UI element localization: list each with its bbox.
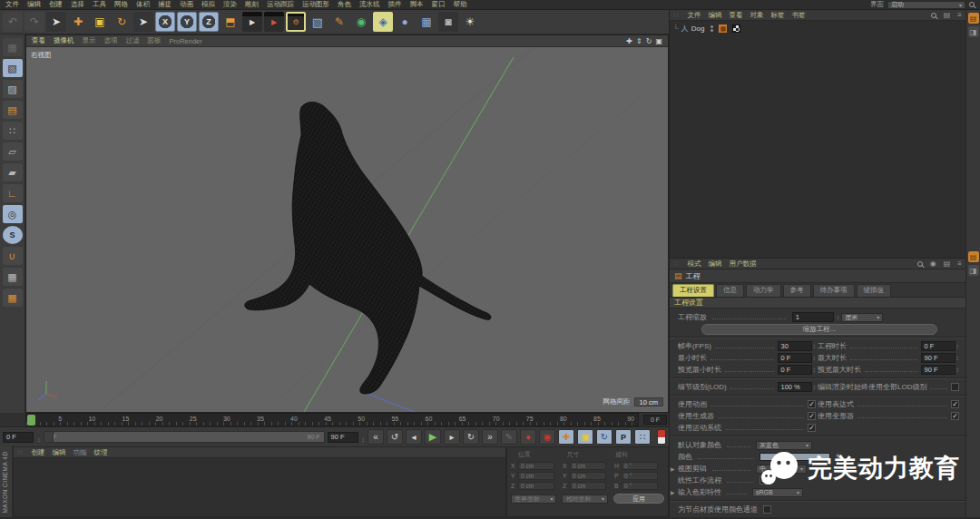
tab-dynamics[interactable]: 动力学 — [746, 284, 781, 297]
use-generators-checkbox[interactable] — [808, 412, 816, 420]
play-icon[interactable]: ▶ — [425, 429, 441, 445]
last-tool-icon[interactable]: ➤ — [133, 12, 153, 32]
menu-8[interactable]: 动画 — [180, 0, 193, 9]
menu-3[interactable]: 选择 — [71, 0, 84, 9]
vp-menu-view[interactable]: 查看 — [32, 36, 45, 45]
play-backwards-icon[interactable]: ↺ — [387, 429, 403, 445]
om-menu-2[interactable]: 查看 — [729, 11, 742, 20]
panel-menu-icon[interactable]: ≡ — [957, 260, 962, 268]
vp-menu-prorender[interactable]: ProRender — [170, 37, 202, 45]
coord-system-select[interactable]: 世界坐标 — [511, 495, 556, 504]
default-object-color-select[interactable]: 灰蓝色 — [756, 441, 812, 450]
panel-handle-icon[interactable]: ∷ — [18, 449, 22, 456]
vp-menu-options[interactable]: 选项 — [104, 36, 118, 45]
menu-7[interactable]: 捕捉 — [158, 0, 172, 9]
polygons-mode-icon[interactable]: ▰ — [3, 163, 23, 181]
layout-tab-icon[interactable]: ◨ — [968, 265, 979, 276]
keyframe-selection-icon[interactable]: ◉ — [539, 429, 555, 445]
max-time-field[interactable]: 90 F — [921, 353, 956, 363]
history-icon[interactable]: ▤ — [944, 260, 951, 268]
undo-icon[interactable]: ↶ — [3, 12, 23, 32]
list-options-icon[interactable]: ≡ — [957, 11, 962, 19]
frame-range-slider[interactable]: 0 F 90 F — [44, 431, 325, 443]
record-parameter-icon[interactable]: P — [615, 429, 632, 445]
menu-19[interactable]: 帮助 — [454, 0, 467, 9]
object-row-dog[interactable]: └ 人 Dog ▦ — [673, 24, 963, 34]
pan-view-icon[interactable]: ✚ — [626, 37, 632, 45]
menu-17[interactable]: 脚本 — [410, 0, 424, 9]
goto-end-icon[interactable]: » — [482, 429, 498, 445]
texture-tag-icon[interactable]: ▦ — [719, 24, 727, 33]
dog-model[interactable] — [245, 102, 491, 394]
menu-10[interactable]: 渲染 — [223, 0, 237, 9]
am-menu-1[interactable]: 编辑 — [708, 260, 721, 269]
menu-15[interactable]: 流水线 — [359, 0, 380, 9]
render-picture-viewer-icon[interactable]: ▶ — [264, 12, 284, 32]
viewport-canvas[interactable] — [26, 47, 668, 412]
rotate-tool-icon[interactable]: ↻ — [112, 12, 132, 32]
zoom-view-icon[interactable]: ⇕ — [636, 37, 642, 45]
range-end-field[interactable]: 90 F — [328, 432, 358, 443]
snap-icon[interactable]: S — [3, 226, 23, 244]
project-scale-unit-select[interactable]: 厘米 — [841, 313, 883, 322]
stepper-icon[interactable] — [361, 429, 366, 446]
next-frame-icon[interactable]: ▸ — [444, 429, 460, 445]
use-expressions-checkbox[interactable] — [951, 400, 959, 408]
record-scale-icon[interactable]: ▣ — [577, 429, 593, 445]
menu-6[interactable]: 体积 — [136, 0, 150, 9]
camera-icon[interactable]: ◙ — [438, 12, 458, 32]
menu-11[interactable]: 雕刻 — [245, 0, 259, 9]
stepper-icon[interactable] — [36, 429, 41, 446]
search-icon[interactable] — [931, 13, 936, 18]
mat-menu-texture[interactable]: 纹理 — [93, 448, 107, 457]
layout-tab-icon[interactable]: ▤ — [968, 13, 979, 24]
layout-tab-icon[interactable]: ▤ — [968, 251, 979, 262]
tab-info[interactable]: 信息 — [716, 284, 744, 297]
search-icon[interactable] — [969, 2, 975, 7]
render-settings-icon[interactable]: ⚙ — [286, 12, 306, 32]
lod-field[interactable]: 100 % — [778, 382, 812, 392]
node-material-color-checkbox[interactable] — [763, 505, 771, 514]
menu-13[interactable]: 运动图形 — [302, 0, 329, 9]
vp-menu-display[interactable]: 显示 — [83, 36, 96, 45]
visibility-dots-icon[interactable] — [710, 25, 713, 32]
make-editable-icon[interactable]: ▦ — [3, 38, 23, 56]
coordinate-system-icon[interactable]: ⬒ — [220, 12, 240, 32]
menu-1[interactable]: 编辑 — [27, 0, 41, 9]
section-header[interactable]: 工程设置 — [670, 298, 966, 308]
use-animation-checkbox[interactable] — [808, 400, 816, 408]
om-menu-3[interactable]: 对象 — [750, 11, 763, 20]
use-deformers-checkbox[interactable] — [951, 412, 959, 420]
vp-menu-camera[interactable]: 摄像机 — [54, 36, 74, 45]
menu-4[interactable]: 工具 — [93, 0, 106, 9]
mat-menu-edit[interactable]: 编辑 — [52, 448, 65, 457]
record-pla-icon[interactable]: ∷ — [634, 429, 651, 445]
workplane-align-icon[interactable]: ▦ — [3, 289, 23, 307]
menu-0[interactable]: 文件 — [5, 0, 19, 9]
goto-start-icon[interactable]: « — [368, 429, 384, 445]
menu-14[interactable]: 角色 — [338, 0, 351, 9]
use-motion-system-checkbox[interactable] — [808, 424, 816, 432]
apply-button[interactable]: 应用 — [613, 494, 664, 504]
x-axis-lock-icon[interactable]: X — [155, 12, 175, 32]
record-position-icon[interactable]: ✚ — [558, 429, 574, 445]
deformer-icon[interactable]: ◈ — [373, 12, 393, 32]
mat-menu-create[interactable]: 创建 — [31, 448, 44, 457]
y-axis-lock-icon[interactable]: Y — [177, 12, 197, 32]
z-axis-lock-icon[interactable]: Z — [199, 12, 219, 32]
menu-9[interactable]: 模拟 — [201, 0, 215, 9]
record-rotation-icon[interactable]: ↻ — [596, 429, 612, 445]
menu-16[interactable]: 插件 — [388, 0, 402, 9]
material-list-area[interactable] — [14, 458, 505, 516]
subdivision-surface-icon[interactable]: ◉ — [351, 12, 371, 32]
redo-icon[interactable]: ↷ — [24, 12, 44, 32]
menu-2[interactable]: 创建 — [49, 0, 63, 9]
magnet-snap-icon[interactable]: ∪ — [3, 247, 23, 265]
expander-icon[interactable]: ▶ — [671, 465, 675, 472]
panel-handle-icon[interactable]: ∷ — [674, 12, 678, 19]
input-color-profile-select[interactable]: sRGB — [752, 488, 803, 497]
expander-icon[interactable]: ▶ — [671, 489, 675, 495]
lock-workplane-icon[interactable]: ▦ — [3, 268, 23, 286]
range-start-field[interactable]: 0 F — [3, 432, 34, 443]
record-keyframe-icon[interactable]: ✎ — [501, 429, 517, 445]
